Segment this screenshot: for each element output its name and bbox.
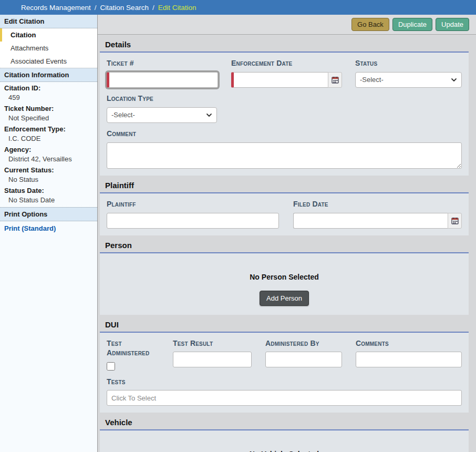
sidebar-header-print-options: Print Options (0, 207, 97, 221)
dui-comments-input[interactable] (356, 352, 462, 367)
citation-id-label: Citation ID: (0, 82, 97, 92)
top-navigation-bar: Records Management / Citation Search / E… (0, 0, 476, 15)
filed-date-field-group: Filed Date (293, 199, 462, 229)
sidebar-item-citation[interactable]: Citation (0, 28, 97, 42)
ticket-field-group: Ticket # (107, 58, 218, 88)
enforcement-date-calendar-button[interactable] (328, 72, 342, 88)
filed-date-label: Filed Date (293, 199, 462, 213)
location-type-field-group: Location Type -Select- (107, 94, 462, 123)
duplicate-button[interactable]: Duplicate (392, 18, 432, 31)
breadcrumb-citation-search[interactable]: Citation Search (100, 4, 149, 12)
comment-label: Comment (107, 129, 462, 142)
breadcrumb-edit-citation-current: Edit Citation (158, 4, 196, 12)
action-toolbar: Go Back Duplicate Update (98, 15, 476, 35)
status-field-group: Status -Select- (355, 58, 462, 88)
agency-value: District 42, Versailles (0, 153, 97, 164)
sidebar-header-edit-citation: Edit Citation (0, 15, 97, 28)
breadcrumb-separator: / (95, 4, 97, 12)
administered-by-input[interactable] (265, 352, 342, 367)
status-date-value: No Status Date (0, 194, 97, 205)
comment-field-group: Comment (107, 129, 462, 169)
sidebar: Edit Citation Citation Attachments Assoc… (0, 15, 98, 452)
sidebar-item-attachments[interactable]: Attachments (0, 42, 97, 55)
plaintiff-section-title: Plaintiff (100, 176, 469, 192)
comment-textarea[interactable] (107, 142, 462, 169)
details-section-title: Details (100, 35, 469, 52)
plaintiff-field-group: Plaintiff (107, 199, 279, 229)
citation-id-value: 459 (0, 92, 97, 102)
dui-section-body: Test Administered Test Result Administer… (100, 332, 469, 413)
dui-section-title: DUI (100, 315, 469, 332)
vehicle-section-body: No Vehicle Selected Add Vehicle (100, 429, 469, 452)
enforcement-date-field-group: Enforcement Date (231, 58, 342, 88)
test-administered-label: Test Administered (107, 338, 159, 362)
breadcrumb-separator: / (152, 4, 154, 12)
administered-by-field-group: Administered By (265, 338, 342, 373)
no-vehicle-selected-text: No Vehicle Selected (107, 436, 462, 452)
citation-info-list: Citation ID: 459 Ticket Number: Not Spec… (0, 82, 97, 207)
go-back-button[interactable]: Go Back (351, 18, 389, 31)
update-button[interactable]: Update (436, 18, 469, 31)
form-content: Details Ticket # Enforcement Date (98, 35, 476, 452)
print-standard-link[interactable]: Print (Standard) (0, 221, 97, 235)
current-status-value: No Status (0, 174, 97, 184)
sidebar-nav: Citation Attachments Associated Events (0, 28, 97, 68)
vehicle-section: Vehicle No Vehicle Selected Add Vehicle (100, 413, 469, 452)
ticket-label: Ticket # (107, 58, 218, 72)
ticket-number-value: Not Specified (0, 112, 97, 123)
dui-section: DUI Test Administered Test Result Admini… (100, 315, 469, 413)
plaintiff-section: Plaintiff Plaintiff Filed Date (100, 176, 469, 235)
dui-comments-label: Comments (356, 338, 462, 352)
plaintiff-label: Plaintiff (107, 199, 279, 213)
enforcement-type-value: I.C. CODE (0, 133, 97, 143)
calendar-icon (451, 217, 459, 224)
dui-comments-field-group: Comments (356, 338, 462, 373)
plaintiff-input[interactable] (107, 213, 279, 229)
tests-multiselect-input[interactable] (107, 390, 462, 406)
test-result-input[interactable] (173, 352, 252, 367)
location-type-select[interactable]: -Select- (107, 107, 217, 123)
filed-date-input[interactable] (293, 213, 448, 229)
person-section: Person No Person Selected Add Person (100, 235, 469, 315)
details-section: Details Ticket # Enforcement Date (100, 35, 469, 176)
administered-by-label: Administered By (265, 338, 342, 352)
enforcement-date-label: Enforcement Date (231, 58, 342, 72)
test-result-label: Test Result (173, 338, 252, 352)
person-section-title: Person (100, 235, 469, 252)
main-panel: Go Back Duplicate Update Details Ticket … (98, 15, 476, 452)
no-person-selected-text: No Person Selected (107, 259, 462, 291)
location-type-label: Location Type (107, 94, 462, 107)
enforcement-type-label: Enforcement Type: (0, 123, 97, 133)
ticket-number-label: Ticket Number: (0, 102, 97, 112)
test-administered-checkbox[interactable] (107, 362, 115, 371)
agency-label: Agency: (0, 143, 97, 153)
details-section-body: Ticket # Enforcement Date (100, 52, 469, 176)
sidebar-header-citation-information: Citation Information (0, 68, 97, 82)
test-result-field-group: Test Result (173, 338, 252, 373)
tests-label: Tests (107, 377, 462, 390)
calendar-icon (332, 76, 339, 84)
add-person-button[interactable]: Add Person (260, 291, 309, 306)
status-date-label: Status Date: (0, 184, 97, 194)
test-administered-field-group: Test Administered (107, 338, 159, 373)
filed-date-calendar-button[interactable] (448, 213, 462, 229)
status-select[interactable]: -Select- (355, 72, 462, 88)
vehicle-section-title: Vehicle (100, 413, 469, 429)
ticket-input[interactable] (107, 72, 218, 88)
enforcement-date-input[interactable] (231, 72, 328, 88)
person-section-body: No Person Selected Add Person (100, 252, 469, 315)
breadcrumb-records-management[interactable]: Records Management (21, 4, 91, 12)
sidebar-item-associated-events[interactable]: Associated Events (0, 55, 97, 68)
status-label: Status (355, 58, 462, 72)
current-status-label: Current Status: (0, 164, 97, 174)
plaintiff-section-body: Plaintiff Filed Date (100, 192, 469, 235)
